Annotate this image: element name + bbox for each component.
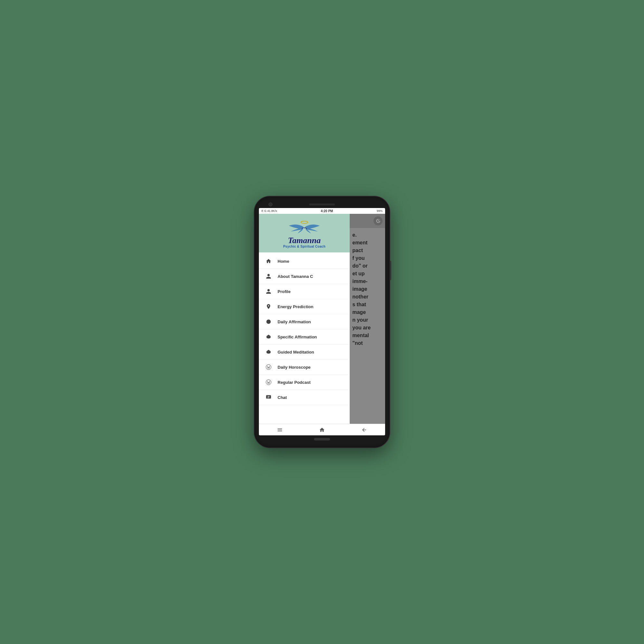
- nav-item-specific-affirmation[interactable]: Specific Affirmation: [259, 329, 350, 345]
- nav-item-about[interactable]: About Tamanna C: [259, 269, 350, 284]
- nav-item-chat[interactable]: Chat: [259, 390, 350, 405]
- nav-label-home: Home: [278, 259, 289, 264]
- power-button: [390, 261, 391, 280]
- nav-label-daily-affirmation: Daily Affirmation: [278, 319, 311, 324]
- nav-label-specific-affirmation: Specific Affirmation: [278, 335, 317, 339]
- regular-podcast-icon: [264, 378, 273, 387]
- specific-affirmation-icon: [264, 332, 273, 341]
- nav-drawer: Tamanna Psychic & Spiritual Coach Home: [259, 214, 350, 424]
- app-logo-text: Tamanna: [288, 236, 321, 245]
- bottom-menu-button[interactable]: [273, 425, 286, 435]
- nav-label-about: About Tamanna C: [278, 274, 313, 279]
- screen-content: Tamanna Psychic & Spiritual Coach Home: [259, 214, 385, 424]
- bottom-nav-bar: [259, 424, 385, 435]
- svg-point-1: [266, 319, 271, 324]
- nav-item-daily-horoscope[interactable]: Daily Horoscope: [259, 360, 350, 375]
- history-icon: [374, 216, 383, 225]
- phone-device: E G 41.8K/s 4:20 PM 99%: [254, 196, 390, 448]
- phone-bottom-bar: [259, 435, 385, 442]
- nav-label-profile: Profile: [278, 289, 290, 294]
- daily-horoscope-icon: [264, 363, 273, 372]
- about-person-icon: [264, 272, 273, 281]
- status-right: 99%: [377, 209, 383, 213]
- bottom-home-button[interactable]: [316, 425, 328, 435]
- nav-label-regular-podcast: Regular Podcast: [278, 380, 311, 385]
- app-tagline: Psychic & Spiritual Coach: [283, 245, 325, 248]
- nav-item-energy[interactable]: Energy Prediction: [259, 299, 350, 314]
- nav-item-guided-meditation[interactable]: Guided Meditation: [259, 345, 350, 360]
- network-info: E G 41.8K/s: [261, 209, 277, 213]
- nav-header: Tamanna Psychic & Spiritual Coach: [259, 214, 350, 252]
- right-content-text: e.ementpactf youdo" oret upimme-imagenot…: [350, 228, 385, 350]
- nav-items-list: Home About Tamanna C Profi: [259, 252, 350, 424]
- status-left: E G 41.8K/s: [261, 209, 277, 213]
- nav-item-daily-affirmation[interactable]: Daily Affirmation: [259, 314, 350, 329]
- phone-top-bar: [259, 202, 385, 208]
- nav-label-energy: Energy Prediction: [278, 304, 313, 309]
- battery-info: 99%: [377, 209, 383, 213]
- earpiece-speaker: [309, 204, 335, 205]
- logo-area: Tamanna Psychic & Spiritual Coach: [283, 220, 325, 248]
- profile-icon: [264, 287, 273, 296]
- bottom-back-button[interactable]: [358, 425, 371, 435]
- logo-wings: [285, 220, 324, 236]
- svg-rect-4: [266, 395, 271, 399]
- nav-item-profile[interactable]: Profile: [259, 284, 350, 299]
- right-content-area: e.ementpactf youdo" oret upimme-imagenot…: [350, 214, 385, 424]
- front-camera: [269, 203, 272, 206]
- daily-affirmation-icon: [264, 317, 273, 326]
- guided-meditation-icon: [264, 347, 273, 356]
- right-top-bar: [350, 214, 385, 228]
- energy-icon: [264, 302, 273, 311]
- phone-screen: E G 41.8K/s 4:20 PM 99%: [259, 208, 385, 435]
- status-bar: E G 41.8K/s 4:20 PM 99%: [259, 208, 385, 214]
- home-icon: [264, 257, 273, 266]
- nav-label-daily-horoscope: Daily Horoscope: [278, 365, 311, 370]
- nav-item-regular-podcast[interactable]: Regular Podcast: [259, 375, 350, 390]
- nav-label-chat: Chat: [278, 395, 287, 400]
- nav-item-home[interactable]: Home: [259, 254, 350, 269]
- svg-point-0: [301, 221, 308, 223]
- phone-home-button[interactable]: [314, 438, 330, 440]
- status-time: 4:20 PM: [321, 209, 333, 213]
- chat-icon: [264, 393, 273, 402]
- nav-label-guided-meditation: Guided Meditation: [278, 350, 314, 355]
